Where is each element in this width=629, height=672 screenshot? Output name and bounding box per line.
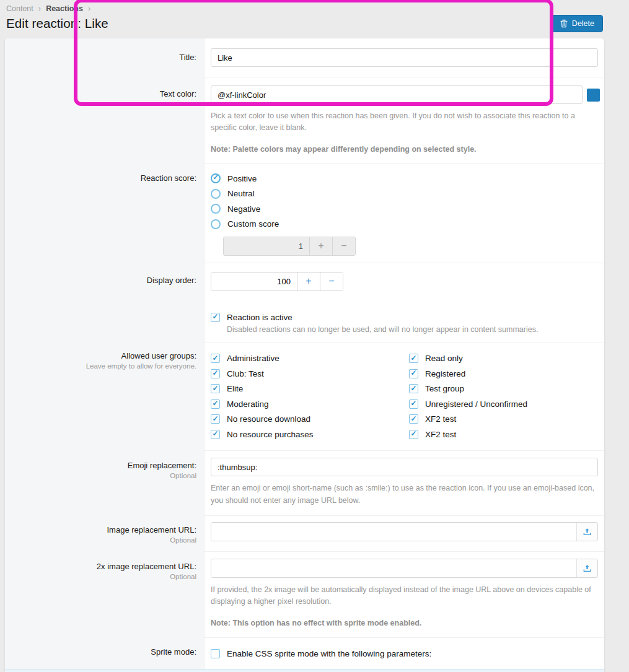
reaction-is-active-explain: Disabled reactions can no longer be used… — [227, 325, 598, 334]
checkbox-checked-icon — [409, 414, 418, 424]
user-group-label: Elite — [227, 384, 243, 393]
image-url-input[interactable] — [211, 523, 576, 541]
user-group-checkbox[interactable]: Moderating — [211, 396, 409, 412]
text-color-input[interactable] — [211, 85, 583, 104]
checkbox-checked-icon — [409, 399, 418, 409]
user-group-checkbox[interactable]: Test group — [409, 381, 598, 396]
allowed-groups-column-1: Administrative Club: Test Elite — [211, 351, 409, 442]
checkbox-checked-icon — [211, 313, 220, 322]
form-row-image-url-2x: 2x image replacement URL: Optional If pr… — [5, 551, 604, 637]
breadcrumb-content-link[interactable]: Content — [6, 4, 33, 13]
user-group-checkbox[interactable]: Unregistered / Unconfirmed — [409, 396, 598, 412]
form-row-title: Title: — [5, 38, 604, 77]
user-group-checkbox[interactable]: XF2 test — [409, 411, 598, 427]
title-input[interactable] — [211, 48, 598, 67]
form-footer: Save — [5, 669, 604, 672]
checkbox-checked-icon — [211, 369, 220, 378]
user-group-label: Administrative — [227, 354, 279, 363]
checkbox-checked-icon — [409, 369, 418, 378]
user-group-label: Moderating — [227, 399, 269, 409]
emoji-explain: Enter an emoji or emoji short-name (such… — [211, 482, 598, 507]
user-group-label: XF2 test — [425, 414, 456, 424]
emoji-label: Emoji replacement: — [11, 461, 196, 470]
page-header: Content › Reactions › Edit reaction: Lik… — [0, 0, 629, 38]
user-group-checkbox[interactable]: XF2 test — [409, 427, 598, 442]
display-order-decrement-button[interactable]: − — [320, 273, 343, 290]
radio-icon — [211, 204, 221, 214]
allowed-groups-column-2: Read only Registered Test group — [409, 351, 598, 442]
user-group-label: XF2 test — [425, 430, 456, 439]
upload-icon — [583, 527, 592, 536]
breadcrumb-reactions-link[interactable]: Reactions — [46, 4, 83, 13]
upload-button[interactable] — [576, 523, 597, 541]
user-group-checkbox[interactable]: Registered — [409, 366, 598, 382]
user-group-checkbox[interactable]: No resource download — [211, 411, 409, 427]
image-url-2x-note: Note: This option has no effect with spr… — [211, 619, 598, 627]
radio-negative[interactable]: Negative — [211, 201, 598, 217]
custom-score-increment-button[interactable]: + — [309, 237, 332, 255]
sprite-mode-checkbox-label: Enable CSS sprite mode with the followin… — [227, 649, 431, 658]
chevron-right-icon: › — [88, 4, 90, 13]
checkbox-checked-icon — [211, 384, 220, 393]
delete-button-label: Delete — [572, 19, 594, 28]
custom-score-stepper: + − — [223, 237, 356, 256]
radio-icon — [211, 219, 221, 229]
checkbox-unchecked-icon — [211, 649, 220, 658]
text-color-note: Note: Palette colors may appear differen… — [211, 145, 600, 154]
display-order-label: Display order: — [11, 276, 196, 285]
reaction-is-active-checkbox[interactable]: Reaction is active — [211, 310, 598, 325]
image-url-2x-input[interactable] — [211, 559, 576, 577]
image-url-2x-explain: If provided, the 2x image will be automa… — [211, 584, 598, 608]
image-url-hint: Optional — [11, 536, 196, 544]
form-row-allowed-user-groups: Allowed user groups: Leave empty to allo… — [5, 343, 604, 450]
user-group-checkbox[interactable]: Elite — [211, 381, 409, 396]
custom-score-input[interactable] — [224, 237, 309, 255]
emoji-input[interactable] — [211, 458, 598, 476]
image-url-2x-label: 2x image replacement URL: — [11, 562, 196, 571]
form-row-emoji-replacement: Emoji replacement: Optional Enter an emo… — [5, 450, 604, 515]
user-group-checkbox[interactable]: Administrative — [211, 351, 409, 366]
radio-positive[interactable]: Positive — [211, 171, 598, 186]
title-label: Title: — [11, 53, 196, 62]
radio-custom-score[interactable]: Custom score — [211, 216, 598, 232]
sprite-mode-checkbox[interactable]: Enable CSS sprite mode with the followin… — [211, 646, 598, 661]
user-group-label: Test group — [425, 384, 464, 393]
trash-icon — [560, 19, 568, 28]
radio-checked-icon — [211, 173, 221, 183]
display-order-input[interactable] — [211, 273, 297, 290]
radio-neutral[interactable]: Neutral — [211, 186, 598, 201]
user-group-checkbox[interactable]: Club: Test — [211, 366, 409, 382]
user-group-label: No resource purchases — [227, 430, 314, 439]
checkbox-checked-icon — [409, 354, 418, 363]
chevron-right-icon: › — [38, 4, 41, 13]
image-url-2x-hint: Optional — [11, 573, 196, 580]
user-group-label: No resource download — [227, 414, 310, 424]
breadcrumb: Content › Reactions › — [6, 4, 603, 13]
text-color-label: Text color: — [11, 89, 196, 98]
edit-reaction-form: Title: Text color: Pick a text color to … — [5, 38, 604, 672]
checkbox-checked-icon — [211, 354, 220, 363]
form-row-display-order: Display order: + − Reaction is active Di… — [5, 263, 604, 343]
form-row-sprite-mode: Sprite mode: Enable CSS sprite mode with… — [5, 637, 604, 670]
emoji-hint: Optional — [11, 472, 196, 479]
checkbox-checked-icon — [409, 430, 418, 439]
radio-custom-score-label: Custom score — [227, 219, 279, 229]
radio-icon — [211, 189, 221, 199]
user-group-label: Club: Test — [227, 369, 264, 378]
sprite-mode-label: Sprite mode: — [11, 647, 196, 657]
radio-neutral-label: Neutral — [227, 189, 255, 198]
reaction-score-label: Reaction score: — [11, 173, 196, 183]
user-group-label: Read only — [425, 354, 463, 363]
display-order-stepper: + − — [211, 272, 343, 291]
delete-button[interactable]: Delete — [552, 15, 603, 32]
user-group-checkbox[interactable]: Read only — [409, 351, 598, 366]
color-swatch[interactable] — [587, 89, 600, 102]
form-row-text-color: Text color: Pick a text color to use whe… — [5, 77, 604, 164]
display-order-increment-button[interactable]: + — [297, 273, 320, 290]
upload-icon — [583, 564, 592, 573]
user-group-checkbox[interactable]: No resource purchases — [211, 427, 409, 442]
upload-button[interactable] — [576, 559, 597, 577]
allowed-groups-hint: Leave empty to allow for everyone. — [11, 362, 196, 370]
custom-score-decrement-button[interactable]: − — [332, 237, 355, 255]
form-row-image-url: Image replacement URL: Optional — [5, 515, 604, 551]
